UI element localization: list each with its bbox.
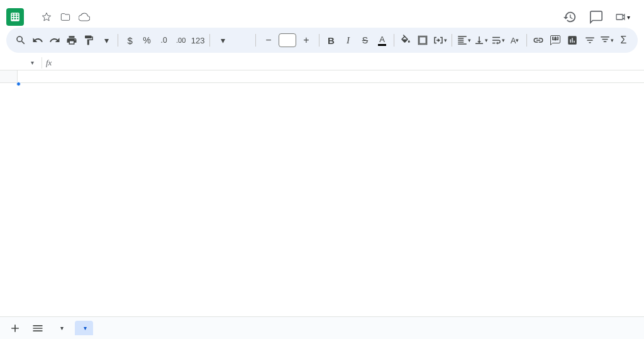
spreadsheet-grid[interactable] [0,70,644,318]
zoom-selector[interactable]: ▾ [97,35,114,45]
sheet-tab-schedule[interactable]: ▾ [75,321,93,335]
insert-comment-icon[interactable] [548,31,564,49]
vertical-align-icon[interactable]: ▾ [473,31,489,49]
menu-extensions[interactable] [98,19,107,23]
fill-color-icon[interactable] [398,31,414,49]
paint-format-icon[interactable] [80,31,96,49]
insert-chart-icon[interactable] [565,31,580,49]
text-wrap-icon[interactable]: ▾ [490,31,506,49]
all-sheets-icon[interactable] [29,320,47,337]
add-sheet-icon[interactable] [6,320,24,337]
comment-icon[interactable] [589,9,604,25]
menu-file[interactable] [28,19,36,23]
history-icon[interactable] [562,9,577,25]
decrease-decimal-icon[interactable]: .0 [156,31,172,49]
fontsize-input[interactable] [279,33,296,47]
text-color-icon[interactable]: A [374,31,390,49]
menu-insert[interactable] [58,19,67,23]
menu-data[interactable] [78,19,87,23]
menu-help[interactable] [108,19,117,23]
borders-icon[interactable] [415,31,431,49]
select-all-corner[interactable] [0,70,18,82]
menu-tools[interactable] [88,19,97,23]
menu-bar [0,19,644,25]
horizontal-align-icon[interactable]: ▾ [456,31,472,49]
search-menus-icon[interactable] [13,31,28,49]
print-icon[interactable] [64,31,79,49]
menu-view[interactable] [48,19,57,23]
document-name[interactable] [30,16,35,18]
formula-bar[interactable] [55,55,644,70]
increase-fontsize-icon[interactable]: + [297,31,315,49]
menu-edit[interactable] [38,19,47,23]
merge-cells-icon[interactable]: ▾ [432,31,448,49]
increase-decimal-icon[interactable]: .00 [173,31,189,49]
insert-link-icon[interactable] [531,31,547,49]
format-currency-icon[interactable]: $ [122,31,138,49]
italic-icon[interactable]: I [340,31,356,49]
font-selector[interactable]: ▾ [214,35,252,45]
sheets-bar: ▾ ▾ [0,316,644,339]
menu-format[interactable] [68,19,77,23]
redo-icon[interactable] [47,31,62,49]
bold-icon[interactable]: B [323,31,339,49]
name-box[interactable]: ▾ [3,58,38,67]
title-bar: ▾ [0,0,644,30]
filter-icon[interactable] [582,31,597,49]
decrease-fontsize-icon[interactable]: − [260,31,277,49]
fx-icon: fx [46,58,55,68]
functions-icon[interactable]: Σ [616,31,631,49]
more-formats-icon[interactable]: 123 [190,31,206,49]
sheet-tab-how-to[interactable]: ▾ [52,321,70,335]
strikethrough-icon[interactable]: S [357,31,373,49]
text-rotation-icon[interactable]: A▾ [507,31,523,49]
filter-views-icon[interactable]: ▾ [599,31,614,49]
format-percent-icon[interactable]: % [139,31,155,49]
namebox-row: ▾ fx [0,55,644,70]
sheets-app-icon[interactable] [6,8,24,26]
toolbar: ▾ $ % .0 .00 123 ▾ − + B I S A ▾ ▾ ▾ ▾ A… [6,28,638,53]
undo-icon[interactable] [30,31,45,49]
meet-icon[interactable]: ▾ [615,9,630,25]
